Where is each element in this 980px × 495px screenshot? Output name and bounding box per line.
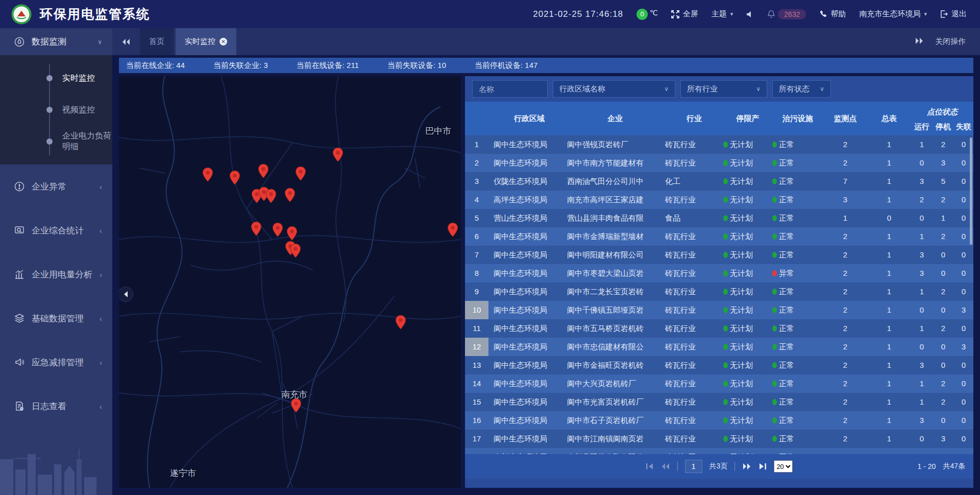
sidebar: 数据监测 ∨ 实时监控 视频监控 企业电力负荷明细 企业异常 ‹ xyxy=(0,28,112,495)
alert-circle-icon xyxy=(14,181,24,192)
cell-index: 4 xyxy=(465,191,488,209)
sidebar-item-data-monitor[interactable]: 数据监测 ∨ xyxy=(0,28,112,55)
map-pin-icon[interactable] xyxy=(229,170,240,185)
table-row[interactable]: 9阆中生态环境局阆中市二龙长宝页岩砖砖瓦行业无计划正常21120 xyxy=(465,282,973,301)
table-row[interactable]: 8阆中生态环境局阆中市枣碧大梁山页岩砖瓦行业无计划异常21300 xyxy=(465,264,973,282)
sidebar-item-enterprise-abnormal[interactable]: 企业异常 ‹ xyxy=(0,164,112,208)
help-button[interactable]: 帮助 xyxy=(819,9,846,19)
close-operations-button[interactable]: 关闭操作 xyxy=(935,37,966,46)
map-pin-icon[interactable] xyxy=(290,243,301,258)
first-page-button[interactable] xyxy=(646,463,654,470)
cell-lost: 0 xyxy=(954,448,973,454)
tab-home[interactable]: 首页 xyxy=(140,28,174,55)
mute-button[interactable] xyxy=(746,11,754,18)
map-pin-icon[interactable] xyxy=(265,188,277,204)
sidebar-item-base-data[interactable]: 基础数据管理 ‹ xyxy=(0,296,112,340)
sidebar-item-enterprise-statistics[interactable]: 企业综合统计 ‹ xyxy=(0,208,112,252)
status-dot-icon xyxy=(723,399,728,405)
status-select[interactable]: 所有状态 ∨ xyxy=(772,80,831,98)
cell-index: 11 xyxy=(465,319,488,338)
table-row[interactable]: 12阆中生态环境局阆中市忠信建材有限公砖瓦行业无计划正常21003 xyxy=(465,338,973,356)
status-dot-icon xyxy=(723,417,728,423)
cell-facility-status: 正常 xyxy=(772,227,823,246)
page-size-select[interactable]: 20 xyxy=(774,460,793,473)
cell-limit-status: 无计划 xyxy=(723,356,772,374)
table-row[interactable]: 1阆中生态环境局阆中强锐页岩砖厂砖瓦行业无计划正常21120 xyxy=(465,135,973,154)
chevron-left-icon: ‹ xyxy=(100,358,102,367)
status-dot-icon xyxy=(723,307,728,313)
table-row[interactable]: 13阆中生态环境局阆中市金福旺页岩机砖砖瓦行业无计划正常21300 xyxy=(465,356,973,374)
cell-company: 阆中市江南镇阆南页岩 xyxy=(565,430,663,448)
table-row[interactable]: 15阆中生态环境局阆中市光富页岩机砖厂砖瓦行业无计划正常21120 xyxy=(465,393,973,411)
table-row[interactable]: 16阆中生态环境局阆中市石子页岩机砖厂砖瓦行业无计划正常21300 xyxy=(465,411,973,430)
region-select[interactable]: 行政区域名称 ∨ xyxy=(553,80,675,98)
theme-dropdown[interactable]: 主题 ▾ xyxy=(712,9,733,19)
cell-limit-status: 无计划 xyxy=(723,411,772,430)
cell-monitor-points: 2 xyxy=(823,282,867,301)
cell-region: 阆中生态环境局 xyxy=(488,393,565,411)
tabs-scroll-right-button[interactable] xyxy=(915,37,924,46)
table-row[interactable]: 4高坪生态环境局南充市高坪区王家店建砖瓦行业无计划正常31220 xyxy=(465,191,973,209)
table-row[interactable]: 6阆中生态环境局阆中市金博瑞新型墙材砖瓦行业无计划正常21120 xyxy=(465,227,973,246)
last-page-button[interactable] xyxy=(758,463,767,470)
cell-facility-status: 正常 xyxy=(772,209,823,227)
cell-limit-status: 无计划 xyxy=(723,301,772,319)
fullscreen-button[interactable]: 全屏 xyxy=(671,9,698,19)
sidebar-item-video-monitor[interactable]: 视频监控 xyxy=(0,94,112,126)
table-row[interactable]: 14阆中生态环境局阆中大兴页岩机砖厂砖瓦行业无计划正常21120 xyxy=(465,374,973,393)
name-search-input[interactable] xyxy=(479,85,541,93)
table-row[interactable]: 17阆中生态环境局阆中市江南镇阆南页岩砖瓦行业无计划正常21030 xyxy=(465,430,973,448)
map-pin-icon[interactable] xyxy=(332,147,344,162)
map-panel[interactable]: 巴中市 南充市 遂宁市 xyxy=(119,76,461,488)
cell-total-meters: 1 xyxy=(867,374,911,393)
map-pin-icon[interactable] xyxy=(447,222,458,238)
table-row[interactable]: 18南部生态环境局南部县双佛土陶有限公建材加工无计划正常63060 xyxy=(465,448,973,454)
table-row[interactable]: 7阆中生态环境局阆中明阳建材有限公司砖瓦行业无计划正常21300 xyxy=(465,246,973,264)
cell-lost: 0 xyxy=(954,356,973,374)
cell-monitor-points: 6 xyxy=(823,448,867,454)
cell-industry: 砖瓦行业 xyxy=(663,264,723,282)
table-row[interactable]: 2阆中生态环境局阆中市南方节能建材有砖瓦行业无计划正常21030 xyxy=(465,154,973,172)
cell-running: 1 xyxy=(911,135,933,154)
map-pin-icon[interactable] xyxy=(272,222,283,238)
status-dot-icon xyxy=(772,270,777,276)
app-logo-icon xyxy=(11,4,32,25)
table-scrollbar[interactable] xyxy=(970,137,972,245)
current-page-box[interactable]: 1 xyxy=(685,460,702,473)
table-row[interactable]: 5营山生态环境局营山县润丰肉食品有限食品无计划正常10010 xyxy=(465,209,973,227)
table-row[interactable]: 10阆中生态环境局阆中千佛镇五郎垭页岩砖瓦行业无计划正常21003 xyxy=(465,301,973,319)
sidebar-item-power-analysis[interactable]: 企业用电量分析 ‹ xyxy=(0,252,112,296)
map-pin-icon[interactable] xyxy=(395,315,406,330)
map-pin-icon[interactable] xyxy=(258,163,269,179)
sidebar-item-power-load-detail[interactable]: 企业电力负荷明细 xyxy=(0,126,112,157)
map-pin-icon[interactable] xyxy=(251,221,262,237)
status-dot-icon xyxy=(772,325,777,332)
map-pin-icon[interactable] xyxy=(290,398,302,413)
logout-button[interactable]: 退出 xyxy=(940,9,967,19)
tabs-scroll-left-button[interactable] xyxy=(121,38,131,45)
table-row[interactable]: 11阆中生态环境局阆中市五马桥页岩机砖砖瓦行业无计划正常21120 xyxy=(465,319,973,338)
cell-index: 17 xyxy=(465,430,488,448)
org-dropdown[interactable]: 南充市生态环境局 ▾ xyxy=(859,9,927,19)
cell-industry: 砖瓦行业 xyxy=(663,246,723,264)
cell-total-meters: 1 xyxy=(867,301,911,319)
industry-select[interactable]: 所有行业 ∨ xyxy=(680,80,767,98)
cell-industry: 砖瓦行业 xyxy=(663,191,723,209)
map-pin-icon[interactable] xyxy=(202,167,213,182)
map-pin-icon[interactable] xyxy=(286,226,298,241)
sidebar-item-emergency-reduction[interactable]: 应急减排管理 ‹ xyxy=(0,340,112,384)
cell-limit-status: 无计划 xyxy=(723,191,772,209)
sidebar-item-realtime-monitor[interactable]: 实时监控 xyxy=(0,62,112,94)
notification-area[interactable]: 2632 xyxy=(768,9,806,19)
next-page-button[interactable] xyxy=(742,463,751,470)
map-pin-icon[interactable] xyxy=(295,166,306,181)
sidebar-item-log-view[interactable]: 日志查看 ‹ xyxy=(0,384,112,428)
map-pin-icon[interactable] xyxy=(284,187,296,203)
cell-total-meters: 1 xyxy=(867,393,911,411)
close-tab-icon[interactable]: ✕ xyxy=(219,38,227,45)
cell-facility-status: 异常 xyxy=(772,264,823,282)
table-row[interactable]: 3仪陇生态环境局西南油气田分公司川中化工无计划正常71350 xyxy=(465,172,973,191)
previous-page-button[interactable] xyxy=(661,463,670,470)
name-search-field[interactable] xyxy=(472,80,548,98)
tab-realtime-monitor[interactable]: 实时监控 ✕ xyxy=(176,28,236,55)
